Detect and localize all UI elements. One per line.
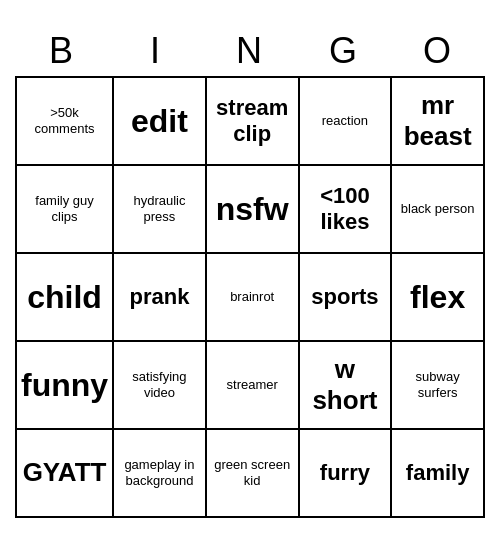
cell-label: furry: [320, 460, 370, 486]
cell-label: stream clip: [211, 95, 294, 148]
cell-label: subway surfers: [396, 369, 479, 400]
header-letter: O: [391, 26, 485, 76]
bingo-cell: <100 likes: [300, 166, 393, 254]
cell-label: brainrot: [230, 289, 274, 305]
cell-label: gameplay in background: [118, 457, 201, 488]
cell-label: flex: [410, 278, 465, 316]
bingo-header: BINGO: [15, 26, 485, 76]
cell-label: prank: [129, 284, 189, 310]
cell-label: child: [27, 278, 102, 316]
cell-label: nsfw: [216, 190, 289, 228]
bingo-cell: funny: [17, 342, 114, 430]
cell-label: satisfying video: [118, 369, 201, 400]
cell-label: family guy clips: [21, 193, 108, 224]
bingo-cell: sports: [300, 254, 393, 342]
bingo-card: BINGO >50k commentseditstream clipreacti…: [15, 26, 485, 518]
bingo-cell: family: [392, 430, 485, 518]
bingo-cell: flex: [392, 254, 485, 342]
bingo-cell: >50k comments: [17, 78, 114, 166]
bingo-cell: reaction: [300, 78, 393, 166]
bingo-cell: nsfw: [207, 166, 300, 254]
bingo-cell: edit: [114, 78, 207, 166]
bingo-cell: GYATT: [17, 430, 114, 518]
cell-label: family: [406, 460, 470, 486]
cell-label: green screen kid: [211, 457, 294, 488]
bingo-cell: prank: [114, 254, 207, 342]
header-letter: N: [203, 26, 297, 76]
bingo-cell: furry: [300, 430, 393, 518]
header-letter: G: [297, 26, 391, 76]
cell-label: w short: [304, 354, 387, 416]
bingo-cell: mr beast: [392, 78, 485, 166]
cell-label: sports: [311, 284, 378, 310]
bingo-cell: hydraulic press: [114, 166, 207, 254]
header-letter: I: [109, 26, 203, 76]
bingo-cell: green screen kid: [207, 430, 300, 518]
cell-label: mr beast: [396, 90, 479, 152]
bingo-grid: >50k commentseditstream clipreactionmr b…: [15, 76, 485, 518]
cell-label: GYATT: [23, 457, 107, 488]
bingo-cell: stream clip: [207, 78, 300, 166]
cell-label: <100 likes: [304, 183, 387, 236]
bingo-cell: black person: [392, 166, 485, 254]
cell-label: >50k comments: [21, 105, 108, 136]
bingo-cell: brainrot: [207, 254, 300, 342]
bingo-cell: w short: [300, 342, 393, 430]
cell-label: funny: [21, 366, 108, 404]
cell-label: streamer: [227, 377, 278, 393]
cell-label: black person: [401, 201, 475, 217]
cell-label: hydraulic press: [118, 193, 201, 224]
bingo-cell: child: [17, 254, 114, 342]
cell-label: edit: [131, 102, 188, 140]
bingo-cell: subway surfers: [392, 342, 485, 430]
bingo-cell: gameplay in background: [114, 430, 207, 518]
bingo-cell: streamer: [207, 342, 300, 430]
bingo-cell: satisfying video: [114, 342, 207, 430]
header-letter: B: [15, 26, 109, 76]
cell-label: reaction: [322, 113, 368, 129]
bingo-cell: family guy clips: [17, 166, 114, 254]
